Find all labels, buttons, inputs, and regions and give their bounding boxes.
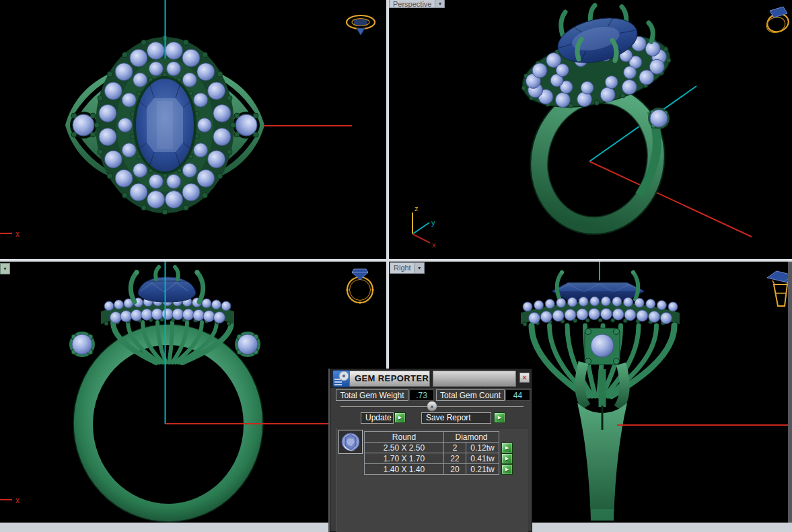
shank-side bbox=[577, 363, 627, 521]
viewport-divider-horizontal[interactable] bbox=[0, 259, 792, 262]
row-play-icon[interactable]: ▶ bbox=[501, 443, 513, 453]
x-axis-marker: x bbox=[0, 229, 20, 239]
ring-perspective-view: z y x bbox=[389, 0, 792, 259]
table-row: 1.40 X 1.40 20 0.21tw bbox=[365, 464, 499, 475]
gem-weight: 0.12tw bbox=[466, 443, 499, 453]
ring-front-view: x bbox=[0, 262, 386, 532]
viewport-perspective[interactable]: z y x Perspective ▼ bbox=[389, 0, 792, 259]
total-gem-count-value: 44 bbox=[505, 389, 530, 401]
update-button[interactable]: Update bbox=[361, 412, 394, 424]
gem-count: 20 bbox=[444, 464, 466, 475]
totals-row: Total Gem Weight .73 Total Gem Count 44 bbox=[330, 389, 532, 402]
table-row: 2.50 X 2.50 2 0.12tw bbox=[365, 443, 499, 453]
table-row: 1.70 X 1.70 22 0.41tw bbox=[365, 453, 499, 464]
ring-orientation-icon bbox=[764, 7, 791, 35]
svg-text:x: x bbox=[15, 229, 20, 239]
ring-orientation-icon bbox=[346, 269, 373, 304]
gem-image bbox=[339, 430, 362, 453]
viewport-front-view[interactable]: x ▼ bbox=[0, 262, 386, 532]
total-gem-count-label: Total Gem Count bbox=[436, 389, 505, 401]
svg-text:x: x bbox=[15, 496, 20, 505]
ring-top-view: x bbox=[0, 0, 386, 259]
total-gem-weight-label: Total Gem Weight bbox=[336, 389, 408, 401]
svg-text:y: y bbox=[431, 219, 435, 227]
viewport-title-label[interactable]: Right bbox=[390, 262, 415, 274]
gem-thumbnail bbox=[338, 430, 363, 454]
col-material: Diamond bbox=[444, 432, 499, 443]
save-report-button[interactable]: Save Report bbox=[421, 412, 491, 424]
app-window: x bbox=[0, 0, 792, 532]
center-stone-side bbox=[552, 270, 645, 301]
side-stone-mount bbox=[585, 328, 620, 365]
gem-weight: 0.41tw bbox=[466, 453, 499, 464]
viewport-title-dropdown[interactable]: Right ▼ bbox=[390, 262, 425, 274]
dialog-title: GEM REPORTER bbox=[350, 371, 429, 386]
side-stone-right bbox=[235, 332, 260, 357]
gem-count: 2 bbox=[444, 443, 466, 453]
col-shape: Round bbox=[365, 432, 444, 443]
row-play-icon[interactable]: ▶ bbox=[501, 464, 513, 475]
x-axis-marker: x bbox=[0, 496, 20, 505]
gem-table-header: Round Diamond bbox=[365, 432, 499, 443]
center-stone-top bbox=[133, 76, 196, 174]
close-icon[interactable]: × bbox=[519, 373, 530, 383]
side-stone-left bbox=[69, 332, 95, 357]
gem-size: 2.50 X 2.50 bbox=[365, 443, 444, 453]
viewport-top-view[interactable]: x bbox=[0, 0, 386, 259]
right-panel-edge bbox=[788, 262, 792, 532]
collapse-button[interactable]: ▲ bbox=[427, 401, 437, 412]
axis-triad: z y x bbox=[412, 204, 436, 249]
chevron-down-icon[interactable]: ▼ bbox=[435, 0, 445, 8]
viewport-title-dropdown[interactable]: ▼ bbox=[0, 263, 10, 274]
chevron-down-icon[interactable]: ▼ bbox=[415, 262, 425, 274]
update-play-icon[interactable]: ▶ bbox=[394, 412, 406, 423]
gem-size: 1.70 X 1.70 bbox=[365, 453, 444, 464]
gem-reporter-dialog: GEM REPORTER × Total Gem Weight .73 Tota… bbox=[330, 369, 532, 532]
svg-text:x: x bbox=[432, 241, 436, 249]
chevron-down-icon[interactable]: ▼ bbox=[0, 263, 10, 274]
dialog-titlebar[interactable]: GEM REPORTER × bbox=[330, 369, 532, 388]
row-play-icon[interactable]: ▶ bbox=[501, 453, 513, 464]
save-report-play-icon[interactable]: ▶ bbox=[494, 412, 505, 423]
gem-table: Round Diamond 2.50 X 2.50 2 0.12tw 1.70 … bbox=[364, 431, 499, 475]
viewport-title-dropdown[interactable]: Perspective ▼ bbox=[389, 0, 445, 8]
total-gem-weight-value: .73 bbox=[409, 389, 434, 401]
gem-reporter-icon bbox=[332, 370, 350, 387]
gem-weight: 0.21tw bbox=[466, 464, 499, 475]
ring-orientation-icon bbox=[347, 15, 375, 35]
gem-size: 1.40 X 1.40 bbox=[365, 464, 444, 475]
gem-count: 22 bbox=[444, 453, 466, 464]
center-stone-front bbox=[131, 267, 203, 302]
halo-side bbox=[521, 297, 680, 326]
viewport-title-label[interactable]: Perspective bbox=[389, 0, 435, 8]
svg-text:z: z bbox=[415, 204, 419, 213]
